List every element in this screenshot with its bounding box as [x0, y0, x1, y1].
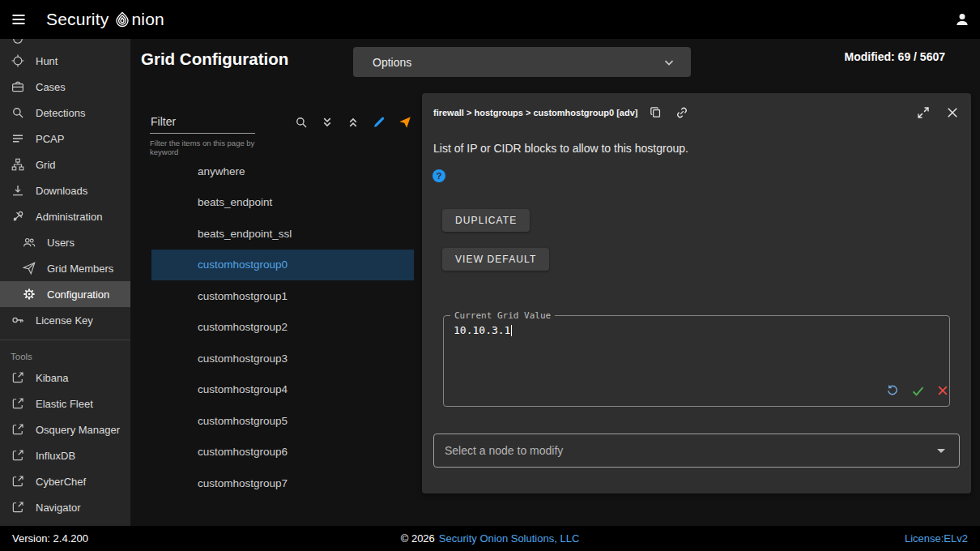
sidebar-item-navigator[interactable]: Navigator — [0, 494, 130, 520]
filter-input[interactable] — [150, 113, 255, 134]
onion-logo-icon — [114, 11, 130, 28]
magnify-icon — [11, 105, 25, 120]
link-icon[interactable] — [675, 105, 689, 120]
sidebar-item-license-key[interactable]: License Key — [0, 307, 130, 333]
sidebar-item-hunt[interactable]: Hunt — [0, 48, 130, 74]
list-item[interactable]: customhostgroup7 — [151, 468, 414, 499]
list-item[interactable]: beats_endpoint_ssl — [151, 218, 414, 250]
current-grid-value-field[interactable]: Current Grid Value 10.10.3.1 — [443, 310, 950, 407]
list-item[interactable]: customhostgroup5 — [151, 405, 414, 437]
key-icon — [11, 313, 25, 327]
help-icon[interactable]: ? — [432, 169, 445, 182]
list-item-label: customhostgroup3 — [198, 352, 288, 365]
sidebar-item-label: InfluxDB — [36, 450, 75, 462]
external-link-icon — [11, 448, 25, 463]
sidebar-item-downloads[interactable]: Downloads — [0, 177, 130, 203]
search-icon[interactable] — [294, 115, 309, 130]
sidebar-item-influxdb[interactable]: InfluxDB — [0, 442, 130, 468]
card-header: firewall > hostgroups > customhostgroup0… — [433, 105, 960, 121]
sidebar-item-cases[interactable]: Cases — [0, 74, 130, 100]
field-value[interactable]: 10.10.3.1 — [454, 324, 510, 336]
external-link-icon — [11, 474, 25, 489]
list-item-label: customhostgroup6 — [198, 446, 288, 458]
copyright: © 2026 Security Onion Solutions, LLC — [401, 532, 580, 545]
collapse-all-icon[interactable] — [346, 115, 360, 130]
list-item-label: customhostgroup7 — [198, 477, 288, 489]
sidebar-item-label: Grid — [36, 159, 56, 171]
node-select-dropdown[interactable]: Select a node to modify — [433, 434, 960, 468]
list-icon — [11, 131, 25, 146]
list-item[interactable]: customhostgroup3 — [151, 343, 414, 374]
filter-panel: Filter the items on this page by keyword — [150, 113, 409, 157]
sidebar-item-label: Grid Members — [47, 263, 113, 275]
sidebar-item-label: Cases — [36, 81, 66, 93]
sidebar-item-pcap[interactable]: PCAP — [0, 126, 130, 152]
list-item[interactable]: anywhere — [151, 156, 414, 187]
filter-toolbar — [294, 115, 412, 130]
list-item[interactable]: customhostgroup1 — [151, 280, 414, 312]
page-title: Grid Configuration — [141, 49, 288, 69]
sidebar-item-label: Kibana — [36, 372, 68, 384]
sidebar-item-label: Administration — [36, 211, 102, 223]
copy-icon[interactable] — [649, 105, 663, 120]
list-item-label: beats_endpoint_ssl — [198, 228, 292, 240]
crosshair-icon — [11, 53, 25, 68]
list-item[interactable]: customhostgroup2 — [151, 312, 414, 344]
sidebar-item-label: Downloads — [36, 185, 87, 197]
expand-all-icon[interactable] — [320, 115, 334, 130]
user-icon[interactable] — [954, 11, 970, 28]
license-link[interactable]: License:ELv2 — [905, 532, 968, 545]
sidebar-item-grid-members[interactable]: Grid Members — [0, 255, 130, 281]
sidebar-item-users[interactable]: Users — [0, 229, 130, 255]
sidebar-item-kibana[interactable]: Kibana — [0, 365, 130, 391]
sidebar-item-elastic-fleet[interactable]: Elastic Fleet — [0, 391, 130, 416]
hamburger-menu-icon[interactable] — [11, 11, 27, 28]
sidebar-item-administration[interactable]: Administration — [0, 203, 130, 229]
text-caret — [511, 325, 512, 336]
list-item[interactable]: customhostgroup6 — [151, 437, 414, 468]
view-default-button[interactable]: VIEW DEFAULT — [442, 248, 549, 271]
app-logo: Security nion — [46, 10, 164, 29]
options-dropdown-label: Options — [373, 56, 411, 69]
duplicate-button[interactable]: DUPLICATE — [442, 209, 530, 232]
external-link-icon — [11, 396, 25, 411]
list-item-label: customhostgroup2 — [198, 321, 288, 333]
clipped-icon — [11, 39, 25, 46]
edit-pencil-icon[interactable] — [372, 115, 386, 130]
logo-text-suffix: nion — [131, 10, 164, 29]
modified-counter: Modified: 69 / 5607 — [845, 50, 945, 63]
sidebar-item-label: PCAP — [36, 133, 64, 145]
footer: Version: 2.4.200 © 2026 Security Onion S… — [0, 526, 980, 551]
chevron-down-icon — [662, 55, 676, 70]
sidebar: Hunt Cases Detections PCAP Grid Download… — [0, 39, 130, 526]
network-icon — [11, 157, 25, 172]
field-label: Current Grid Value — [450, 310, 555, 321]
list-item[interactable]: customhostgroup4 — [151, 374, 414, 406]
fullscreen-icon[interactable] — [916, 105, 931, 120]
options-dropdown[interactable]: Options — [353, 47, 691, 77]
download-icon — [11, 183, 25, 198]
hostgroup-list: anywhere beats_endpoint beats_endpoint_s… — [151, 156, 414, 499]
list-item-label: customhostgroup1 — [198, 290, 288, 302]
copyright-link[interactable]: Security Onion Solutions, LLC — [439, 532, 579, 545]
sidebar-item-label: CyberChef — [36, 476, 86, 488]
sidebar-item-osquery-manager[interactable]: Osquery Manager — [0, 416, 130, 442]
sidebar-item-detections[interactable]: Detections — [0, 100, 130, 126]
list-item-label: customhostgroup5 — [198, 415, 288, 427]
list-item-selected[interactable]: customhostgroup0 — [151, 250, 414, 281]
close-icon[interactable] — [945, 105, 960, 120]
sidebar-item-label: License Key — [36, 314, 93, 327]
sidebar-item-grid[interactable]: Grid — [0, 152, 130, 177]
users-icon — [22, 235, 36, 250]
tools-section-header: Tools — [0, 347, 130, 365]
sidebar-item-configuration[interactable]: Configuration — [0, 281, 130, 307]
help-glyph: ? — [436, 171, 441, 181]
sidebar-item-cyberchef[interactable]: CyberChef — [0, 468, 130, 494]
sidebar-item-label: Osquery Manager — [36, 424, 120, 436]
sidebar-divider — [0, 340, 130, 340]
send-icon[interactable] — [398, 115, 412, 130]
list-item-label: customhostgroup4 — [198, 383, 288, 395]
top-bar: Security nion — [0, 0, 980, 39]
list-item[interactable]: beats_endpoint — [151, 187, 414, 219]
dropdown-caret-icon — [937, 449, 945, 453]
